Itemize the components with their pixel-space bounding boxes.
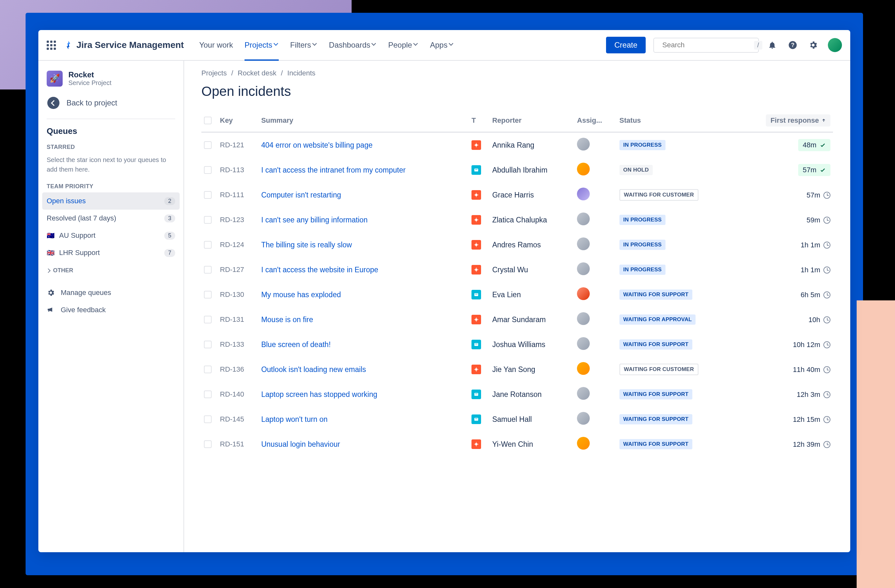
- nav-dashboards[interactable]: Dashboards: [329, 30, 376, 60]
- row-checkbox[interactable]: [204, 266, 212, 274]
- nav-apps[interactable]: Apps: [430, 30, 454, 60]
- nav-people[interactable]: People: [388, 30, 419, 60]
- crumb-rocket-desk[interactable]: Rocket desk: [238, 69, 276, 77]
- select-all-checkbox[interactable]: [204, 117, 212, 124]
- issue-key[interactable]: RD-131: [217, 307, 259, 332]
- issue-summary-link[interactable]: 404 error on website's billing page: [261, 141, 372, 149]
- row-checkbox[interactable]: [204, 291, 212, 299]
- status-badge[interactable]: WAITING FOR CUSTOMER: [619, 364, 698, 375]
- nav-filters[interactable]: Filters: [290, 30, 317, 60]
- crumb-projects[interactable]: Projects: [202, 69, 227, 77]
- issue-summary-link[interactable]: Blue screen of death!: [261, 340, 331, 349]
- create-button[interactable]: Create: [606, 37, 646, 53]
- col-reporter[interactable]: Reporter: [490, 110, 574, 132]
- assignee-avatar[interactable]: [577, 412, 590, 425]
- status-badge[interactable]: WAITING FOR SUPPORT: [619, 339, 692, 350]
- issue-summary-link[interactable]: Unusual login behaviour: [261, 440, 340, 449]
- issue-key[interactable]: RD-133: [217, 332, 259, 357]
- sidebar-queue-item[interactable]: Open issues2: [42, 192, 180, 210]
- help-icon[interactable]: ?: [787, 39, 798, 51]
- sidebar-queue-item[interactable]: 🇬🇧LHR Support7: [38, 244, 184, 261]
- assignee-avatar[interactable]: [577, 163, 590, 176]
- col-assignee[interactable]: Assig...: [574, 110, 617, 132]
- row-checkbox[interactable]: [204, 166, 212, 174]
- row-checkbox[interactable]: [204, 191, 212, 199]
- assignee-avatar[interactable]: [577, 312, 590, 325]
- give-feedback[interactable]: Give feedback: [38, 302, 184, 318]
- issue-key[interactable]: RD-121: [217, 132, 259, 158]
- issue-key[interactable]: RD-124: [217, 232, 259, 257]
- issue-summary-link[interactable]: Laptop won't turn on: [261, 415, 328, 423]
- search-input[interactable]: [662, 41, 750, 49]
- assignee-avatar[interactable]: [577, 362, 590, 375]
- issue-key[interactable]: RD-113: [217, 158, 259, 182]
- other-section-toggle[interactable]: OTHER: [38, 261, 184, 280]
- row-checkbox[interactable]: [204, 440, 212, 448]
- status-badge[interactable]: WAITING FOR CUSTOMER: [619, 189, 698, 201]
- assignee-avatar[interactable]: [577, 212, 590, 225]
- issue-summary-link[interactable]: Laptop screen has stopped working: [261, 390, 377, 399]
- back-to-project[interactable]: Back to project: [38, 93, 184, 117]
- issue-key[interactable]: RD-111: [217, 182, 259, 208]
- issue-key[interactable]: RD-151: [217, 432, 259, 457]
- issue-summary-link[interactable]: I can't see any billing information: [261, 216, 368, 224]
- assignee-avatar[interactable]: [577, 262, 590, 275]
- status-badge[interactable]: WAITING FOR SUPPORT: [619, 439, 692, 449]
- issue-key[interactable]: RD-123: [217, 208, 259, 232]
- col-status[interactable]: Status: [617, 110, 735, 132]
- issue-key[interactable]: RD-145: [217, 407, 259, 432]
- status-badge[interactable]: IN PROGRESS: [619, 240, 666, 250]
- row-checkbox[interactable]: [204, 365, 212, 373]
- row-checkbox[interactable]: [204, 341, 212, 348]
- col-key[interactable]: Key: [217, 110, 259, 132]
- issue-summary-link[interactable]: I can't access the intranet from my comp…: [261, 166, 406, 174]
- assignee-avatar[interactable]: [577, 337, 590, 350]
- assignee-avatar[interactable]: [577, 437, 590, 450]
- issue-summary-link[interactable]: My mouse has exploded: [261, 291, 341, 299]
- issue-summary-link[interactable]: I can't access the website in Europe: [261, 265, 378, 274]
- manage-queues[interactable]: Manage queues: [38, 284, 184, 302]
- status-badge[interactable]: IN PROGRESS: [619, 265, 666, 275]
- notifications-icon[interactable]: [766, 39, 778, 51]
- sidebar-queue-item[interactable]: 🇦🇺AU Support5: [38, 227, 184, 244]
- status-badge[interactable]: IN PROGRESS: [619, 140, 666, 150]
- assignee-avatar[interactable]: [577, 188, 590, 200]
- row-checkbox[interactable]: [204, 241, 212, 249]
- row-checkbox[interactable]: [204, 216, 212, 224]
- status-badge[interactable]: ON HOLD: [619, 165, 653, 175]
- issue-key[interactable]: RD-140: [217, 382, 259, 407]
- sidebar-queue-item[interactable]: Resolved (last 7 days)3: [38, 210, 184, 227]
- issue-key[interactable]: RD-136: [217, 357, 259, 382]
- status-badge[interactable]: WAITING FOR SUPPORT: [619, 289, 692, 300]
- issue-key[interactable]: RD-130: [217, 282, 259, 307]
- app-switcher-icon[interactable]: [47, 41, 56, 50]
- status-badge[interactable]: WAITING FOR APPROVAL: [619, 314, 696, 325]
- product-logo[interactable]: Jira Service Management: [64, 40, 184, 50]
- col-first-response[interactable]: First response: [735, 110, 833, 132]
- assignee-avatar[interactable]: [577, 287, 590, 300]
- settings-icon[interactable]: [807, 39, 819, 51]
- nav-your-work[interactable]: Your work: [199, 30, 233, 60]
- row-checkbox[interactable]: [204, 415, 212, 423]
- status-badge[interactable]: IN PROGRESS: [619, 215, 666, 225]
- col-type[interactable]: T: [469, 110, 490, 132]
- assignee-avatar[interactable]: [577, 138, 590, 150]
- status-badge[interactable]: WAITING FOR SUPPORT: [619, 414, 692, 424]
- issue-summary-link[interactable]: Mouse is on fire: [261, 315, 313, 324]
- search-field[interactable]: /: [653, 38, 759, 53]
- row-checkbox[interactable]: [204, 391, 212, 398]
- assignee-avatar[interactable]: [577, 387, 590, 400]
- col-summary[interactable]: Summary: [259, 110, 469, 132]
- crumb-incidents[interactable]: Incidents: [287, 69, 316, 77]
- issue-summary-link[interactable]: The billing site is really slow: [261, 241, 352, 249]
- issue-key[interactable]: RD-127: [217, 257, 259, 282]
- project-header[interactable]: 🚀 Rocket Service Project: [38, 68, 184, 93]
- issue-summary-link[interactable]: Computer isn't restarting: [261, 191, 341, 199]
- assignee-avatar[interactable]: [577, 238, 590, 250]
- nav-projects[interactable]: Projects: [244, 30, 279, 60]
- user-avatar[interactable]: [828, 38, 842, 52]
- row-checkbox[interactable]: [204, 141, 212, 149]
- issue-summary-link[interactable]: Outlook isn't loading new emails: [261, 365, 366, 374]
- status-badge[interactable]: WAITING FOR SUPPORT: [619, 389, 692, 399]
- row-checkbox[interactable]: [204, 316, 212, 323]
